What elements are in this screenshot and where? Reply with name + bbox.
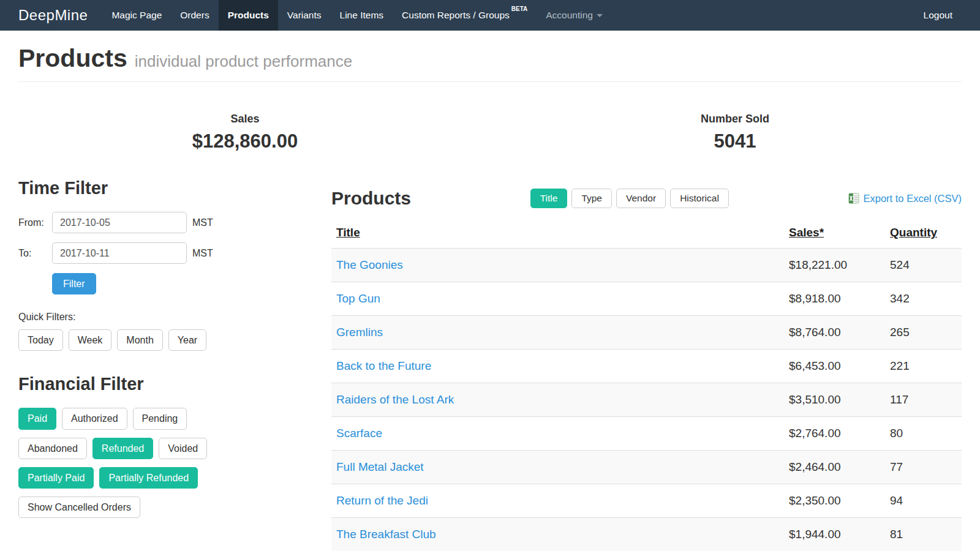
page-header: Productsindividual product performance (18, 31, 962, 82)
product-link[interactable]: The Breakfast Club (336, 528, 436, 541)
sort-by-title-header[interactable]: Title (336, 226, 360, 239)
product-link[interactable]: Back to the Future (336, 359, 431, 372)
financial-filter-row-4: Show Cancelled Orders (18, 497, 307, 518)
page-subtitle: individual product performance (135, 52, 353, 70)
product-quantity: 77 (885, 451, 962, 484)
fulfillment-filter-heading: Fulfillment Filter (18, 549, 307, 551)
custom-reports-label: Custom Reports / Groups (402, 10, 510, 21)
logout-button[interactable]: Logout (914, 0, 962, 31)
table-row: Top Gun $8,918.00 342 (331, 282, 962, 316)
number-sold-stat-label: Number Sold (490, 113, 980, 126)
from-timezone-label: MST (192, 217, 213, 228)
product-quantity: 524 (885, 249, 962, 282)
quick-filter-today[interactable]: Today (18, 329, 63, 351)
quick-filter-buttons: Today Week Month Year (18, 329, 307, 351)
number-sold-stat: Number Sold 5041 (490, 113, 980, 152)
product-sales: $2,764.00 (784, 417, 885, 451)
product-link[interactable]: Gremlins (336, 326, 383, 339)
product-quantity: 342 (885, 282, 962, 316)
table-row: The Goonies $18,221.00 524 (331, 249, 962, 282)
financial-filter-row-2: Abandoned Refunded Voided (18, 438, 307, 459)
product-sales: $18,221.00 (784, 249, 885, 282)
product-sales: $2,464.00 (784, 451, 885, 484)
financial-filter-pending[interactable]: Pending (133, 408, 187, 429)
financial-filter-abandoned[interactable]: Abandoned (18, 438, 87, 459)
from-date-row: From: MST (18, 212, 307, 233)
nav-item-products[interactable]: Products (219, 0, 278, 31)
beta-badge: BETA (511, 6, 527, 12)
product-quantity: 80 (885, 417, 962, 451)
table-row: Raiders of the Lost Ark $3,510.00 117 (331, 383, 962, 417)
to-date-input[interactable] (52, 242, 187, 264)
table-row: Scarface $2,764.00 80 (331, 417, 962, 451)
from-label: From: (18, 217, 52, 228)
to-date-row: To: MST (18, 242, 307, 264)
to-timezone-label: MST (192, 248, 213, 259)
financial-filter-partially-paid[interactable]: Partially Paid (18, 467, 94, 489)
quick-filter-month[interactable]: Month (117, 329, 162, 351)
brand-logo[interactable]: DeepMine (18, 0, 88, 31)
quick-filter-year[interactable]: Year (168, 329, 206, 351)
from-date-input[interactable] (52, 212, 187, 233)
product-link[interactable]: Full Metal Jacket (336, 460, 424, 473)
financial-filter-partially-refunded[interactable]: Partially Refunded (99, 467, 198, 489)
navbar-spacer (612, 0, 914, 31)
view-by-type-button[interactable]: Type (571, 189, 612, 209)
nav-item-accounting[interactable]: Accounting (537, 0, 612, 31)
financial-filter-authorized[interactable]: Authorized (62, 408, 127, 429)
sort-by-quantity-header[interactable]: Quantity (890, 226, 937, 239)
products-panel-title: Products (331, 188, 411, 209)
table-header-row: Title Sales* Quantity (331, 221, 962, 249)
show-cancelled-orders-button[interactable]: Show Cancelled Orders (18, 497, 140, 518)
product-link[interactable]: Return of the Jedi (336, 494, 428, 507)
number-sold-stat-value: 5041 (490, 130, 980, 152)
financial-filter-row-1: Paid Authorized Pending (18, 408, 307, 429)
product-link[interactable]: The Goonies (336, 258, 403, 271)
sales-stat: Sales $128,860.00 (0, 113, 490, 152)
product-link[interactable]: Scarface (336, 427, 382, 440)
view-by-vendor-button[interactable]: Vendor (616, 189, 666, 209)
financial-filter-refunded[interactable]: Refunded (92, 438, 153, 459)
product-sales: $3,510.00 (784, 383, 885, 417)
view-historical-button[interactable]: Historical (670, 189, 729, 209)
product-quantity: 117 (885, 383, 962, 417)
accounting-label: Accounting (546, 10, 593, 21)
nav-item-magic-page[interactable]: Magic Page (102, 0, 171, 31)
sort-by-sales-header[interactable]: Sales* (789, 226, 824, 239)
nav-item-line-items[interactable]: Line Items (331, 0, 393, 31)
page-title: Products (18, 44, 127, 72)
quick-filter-week[interactable]: Week (69, 329, 112, 351)
table-row: Back to the Future $6,453.00 221 (331, 350, 962, 383)
product-quantity: 94 (885, 484, 962, 518)
time-filter-heading: Time Filter (18, 178, 307, 198)
filters-sidebar: Time Filter From: MST To: MST Filter Qui… (18, 178, 331, 551)
export-to-excel-link[interactable]: Export to Excel (CSV) (848, 193, 962, 204)
quick-filters-label: Quick Filters: (18, 312, 307, 323)
sales-stat-label: Sales (0, 113, 490, 126)
nav-item-custom-reports[interactable]: Custom Reports / Groups BETA (393, 0, 537, 31)
view-by-title-button[interactable]: Title (530, 189, 568, 209)
product-quantity: 221 (885, 350, 962, 383)
content-area: Time Filter From: MST To: MST Filter Qui… (0, 178, 980, 551)
sales-stat-value: $128,860.00 (0, 130, 490, 152)
nav-item-variants[interactable]: Variants (278, 0, 331, 31)
filter-button[interactable]: Filter (52, 273, 96, 294)
product-link[interactable]: Raiders of the Lost Ark (336, 393, 454, 406)
top-navbar: DeepMine Magic Page Orders Products Vari… (0, 0, 980, 31)
product-sales: $2,350.00 (784, 484, 885, 518)
table-row: Full Metal Jacket $2,464.00 77 (331, 451, 962, 484)
financial-filter-paid[interactable]: Paid (18, 408, 56, 429)
product-link[interactable]: Top Gun (336, 292, 380, 305)
nav-item-orders[interactable]: Orders (171, 0, 218, 31)
view-mode-buttons: Title Type Vendor Historical (530, 189, 729, 209)
financial-filter-heading: Financial Filter (18, 374, 307, 394)
product-sales: $8,764.00 (784, 316, 885, 350)
financial-filter-voided[interactable]: Voided (159, 438, 207, 459)
products-panel-header: Products Title Type Vendor Historical Ex… (331, 188, 962, 209)
products-panel: Products Title Type Vendor Historical Ex… (331, 178, 962, 551)
table-row: Gremlins $8,764.00 265 (331, 316, 962, 350)
product-sales: $6,453.00 (784, 350, 885, 383)
product-quantity: 265 (885, 316, 962, 350)
export-link-label: Export to Excel (CSV) (864, 193, 962, 204)
stats-row: Sales $128,860.00 Number Sold 5041 (0, 113, 980, 152)
